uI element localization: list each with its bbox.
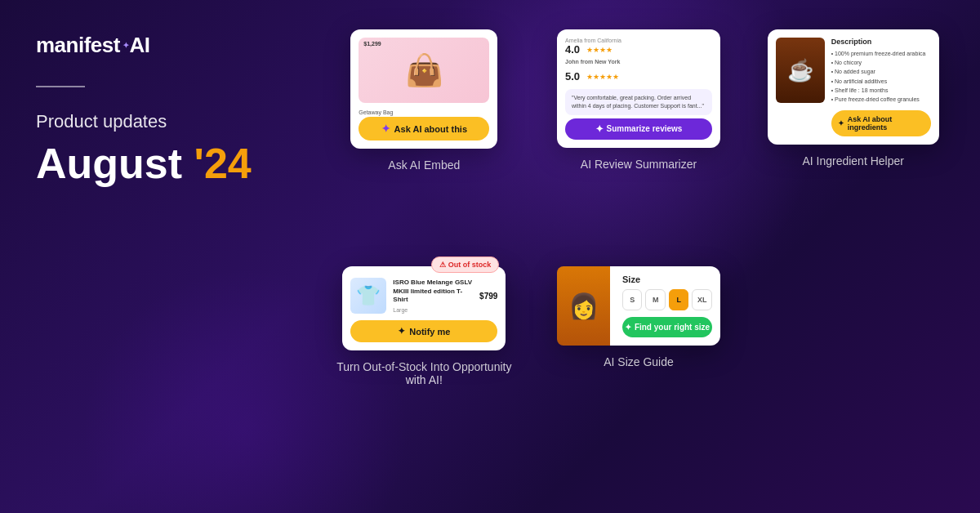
size-btn-s[interactable]: S [622, 289, 643, 310]
summarize-btn-label: Summarize reviews [607, 124, 683, 133]
spark-icon: ✦ [381, 123, 390, 135]
size-btn-xl[interactable]: XL [692, 289, 712, 310]
logo-divider [36, 86, 85, 87]
find-size-btn-label: Find your right size [635, 323, 710, 332]
ask-ai-card: $1,299 👜 Getaway Bag ✦ Ask AI about this [350, 29, 497, 149]
ingredient-label: AI Ingredient Helper [802, 154, 904, 167]
outofstock-card: ⚠ Out of stock 👕 ISRO Blue Melange GSLV … [342, 266, 506, 350]
person-image: 👩 [557, 266, 610, 346]
spark-icon-ingredient: ✦ [838, 119, 844, 127]
spark-icon-review: ✦ [595, 123, 604, 135]
size-btn-m[interactable]: M [645, 289, 666, 310]
main-title-plain: August [36, 140, 182, 187]
bag-price: $1,299 [363, 41, 381, 47]
stars2: ★★★★★ [586, 73, 619, 81]
ingredient-image: ☕ [776, 38, 825, 103]
main-title-highlight: '24 [182, 140, 252, 187]
product-updates-subtitle: Product updates [36, 110, 274, 134]
score-row-1: 4.0 ★★★★ [565, 43, 712, 56]
logo: manifest✦AI [36, 33, 274, 58]
review-bubble: "Very comfortable, great packing. Order … [565, 89, 712, 115]
spark-icon-notify: ✦ [398, 326, 405, 337]
size-btn-l[interactable]: L [669, 289, 689, 310]
oos-product-price: $799 [479, 292, 497, 301]
oos-product-info: ISRO Blue Melange GSLV MKIII limited edi… [393, 279, 473, 312]
logo-area: manifest✦AI [36, 33, 274, 58]
left-panel: manifest✦AI Product updates August '24 [0, 0, 310, 513]
ingredient-list: • 100% premium freeze-dried arabica • No… [831, 49, 931, 104]
feature-cell-ask-ai: $1,299 👜 Getaway Bag ✦ Ask AI about this… [327, 29, 522, 247]
sizeguide-card: 👩 Size S M L XL ✦ Find your right size [557, 266, 720, 346]
review-scores: 4.0 ★★★★ John from New York 5.0 ★★★★★ [565, 43, 712, 83]
size-label: Size [622, 274, 712, 284]
review-text: "Very comfortable, great packing. Order … [572, 95, 704, 109]
notify-btn-label: Notify me [409, 327, 450, 337]
oos-product-size: Large [393, 307, 473, 313]
notify-button[interactable]: ✦ Notify me [350, 320, 497, 342]
logo-star: ✦ [122, 41, 129, 50]
ask-ai-label: Ask AI Embed [388, 158, 460, 172]
size-options: S M L XL [622, 289, 712, 310]
logo-ai: AI [129, 33, 149, 58]
right-panel: $1,299 👜 Getaway Bag ✦ Ask AI about this… [310, 0, 980, 513]
bag-image: $1,299 👜 [359, 38, 489, 103]
feature-cell-size: 👩 Size S M L XL ✦ Find your right size A… [541, 266, 737, 484]
out-of-stock-tag: ⚠ Out of stock [431, 256, 500, 273]
summarize-button[interactable]: ✦ Summarize reviews [565, 118, 712, 140]
john-name: John from New York [565, 59, 620, 65]
logo-manifest: manifest [36, 33, 120, 58]
score2-num: 5.0 [565, 70, 583, 83]
stars1: ★★★★ [586, 46, 612, 54]
ingredient-content: Description • 100% premium freeze-dried … [831, 38, 931, 136]
warning-icon: ⚠ [439, 261, 446, 269]
ingredient-button[interactable]: ✦ Ask AI about ingredients [831, 110, 931, 136]
score1-num: 4.0 [565, 43, 583, 56]
oos-product-image: 👕 [350, 278, 386, 314]
ask-ai-button[interactable]: ✦ Ask AI about this [359, 117, 489, 141]
amelia-name: Amelia from California [565, 38, 621, 43]
oos-product-row: 👕 ISRO Blue Melange GSLV MKIII limited e… [350, 274, 497, 314]
oos-label: Turn Out-of-Stock Into Opportunity with … [327, 360, 522, 386]
feature-cell-ingredient: ☕ Description • 100% premium freeze-drie… [755, 29, 951, 247]
ask-ai-btn-label: Ask AI about this [394, 124, 467, 134]
spark-icon-size: ✦ [625, 323, 631, 332]
review-label: AI Review Summarizer [581, 158, 697, 171]
main-title: August '24 [36, 141, 274, 187]
ingredient-btn-label: Ask AI about ingredients [848, 115, 924, 132]
page-layout: manifest✦AI Product updates August '24 $… [0, 0, 980, 513]
john-row: John from New York [565, 59, 712, 65]
find-size-button[interactable]: ✦ Find your right size [622, 317, 712, 337]
score-row-2: 5.0 ★★★★★ [565, 70, 712, 83]
review-card: Amelia from California 4.0 ★★★★ John fro… [557, 29, 720, 148]
bag-emoji: 👜 [405, 52, 443, 88]
amelia-row: Amelia from California [565, 38, 712, 43]
sizeguide-content: Size S M L XL ✦ Find your right size [622, 274, 712, 337]
oos-product-name: ISRO Blue Melange GSLV MKIII limited edi… [393, 279, 473, 304]
ingredient-card: ☕ Description • 100% premium freeze-drie… [768, 29, 939, 145]
ingredient-desc-title: Description [831, 38, 931, 46]
feature-cell-empty-top [755, 266, 951, 484]
size-guide-label: AI Size Guide [604, 355, 674, 368]
bag-label: Getaway Bag [359, 109, 489, 115]
feature-cell-review: Amelia from California 4.0 ★★★★ John fro… [541, 29, 737, 247]
feature-cell-oos: ⚠ Out of stock 👕 ISRO Blue Melange GSLV … [327, 266, 522, 484]
oos-tag-text: Out of stock [448, 261, 492, 269]
